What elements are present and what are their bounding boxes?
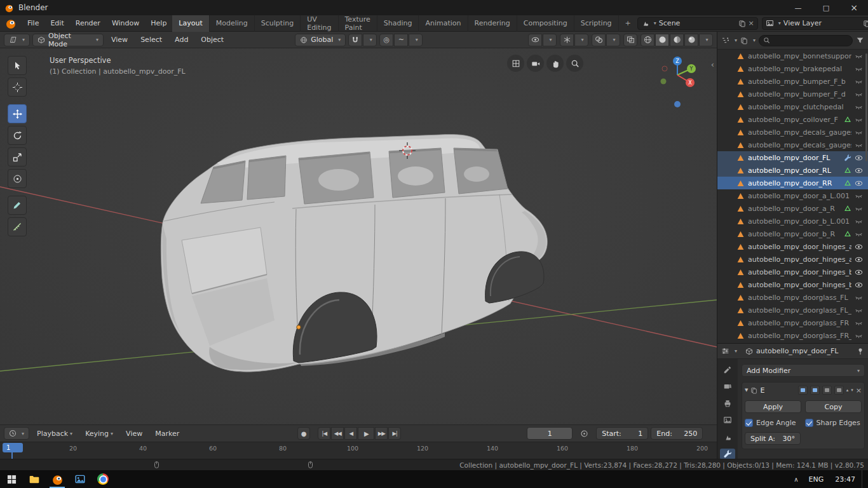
measure-tool[interactable] <box>8 217 27 236</box>
tab-view-layer[interactable] <box>720 415 735 426</box>
outliner-row[interactable]: autobello_mpv_brakepedal <box>717 62 868 75</box>
file-explorer-icon[interactable] <box>23 470 46 488</box>
timeline-ruler[interactable]: 20 40 60 80 100 120 140 160 180 200 1 <box>0 442 717 459</box>
outliner-search-input[interactable] <box>759 35 853 46</box>
hide-eye-icon[interactable] <box>855 319 863 327</box>
outliner-editor-icon[interactable] <box>721 36 729 44</box>
tab-modeling[interactable]: Modeling <box>210 15 255 32</box>
hide-eye-icon[interactable] <box>855 103 863 111</box>
tab-scripting[interactable]: Scripting <box>574 15 619 32</box>
scale-tool[interactable] <box>8 147 27 166</box>
zoom-icon[interactable] <box>566 55 583 72</box>
move-tool[interactable] <box>8 104 27 123</box>
menu-marker[interactable]: Marker <box>150 430 184 438</box>
tab-compositing[interactable]: Compositing <box>517 15 574 32</box>
current-frame-marker[interactable]: 1 <box>3 443 23 452</box>
modifier-delete-icon[interactable]: × <box>856 386 862 395</box>
hide-eye-icon[interactable] <box>855 128 863 137</box>
tab-output[interactable] <box>720 398 735 409</box>
tab-uv-editing[interactable]: UV Editing <box>301 15 338 32</box>
new-scene-icon[interactable] <box>738 20 746 27</box>
timeline-editor-selector[interactable]: ▾ <box>4 427 29 440</box>
snap-toggle[interactable] <box>348 34 362 46</box>
show-eye-icon[interactable] <box>855 255 863 264</box>
blender-taskbar-icon[interactable] <box>46 470 69 488</box>
modifier-realtime-toggle[interactable] <box>810 386 820 395</box>
scene-selector[interactable]: ▾ Scene × <box>637 17 758 30</box>
proportional-editing-toggle[interactable]: ◎ <box>379 34 393 46</box>
hide-eye-icon[interactable] <box>855 116 863 124</box>
outliner-row[interactable]: autobello_mpv_bonnetsupport <box>717 50 868 62</box>
jump-to-start-button[interactable]: |◀ <box>318 427 330 440</box>
transform-orientation-selector[interactable]: Global ▾ <box>295 34 346 46</box>
modifier-cage-toggle[interactable] <box>834 386 844 395</box>
frame-start-field[interactable]: Start:1 <box>596 427 648 440</box>
show-eye-icon[interactable] <box>855 281 863 289</box>
notification-center-button[interactable] <box>862 470 868 488</box>
show-eye-icon[interactable] <box>855 166 863 175</box>
overlays-dropdown[interactable]: ▾ <box>606 34 620 46</box>
show-eye-icon[interactable] <box>855 243 863 251</box>
viewport-3d[interactable]: User Perspective (1) Collection | autobe… <box>0 48 717 424</box>
frame-end-field[interactable]: End:250 <box>651 427 703 440</box>
hide-eye-icon[interactable] <box>855 192 863 200</box>
hide-eye-icon[interactable] <box>855 230 863 238</box>
outliner-row[interactable]: autobello_mpv_door_a_L.001 <box>717 189 868 202</box>
menu-edit[interactable]: Edit <box>44 15 69 32</box>
modifier-name[interactable]: E <box>760 386 764 395</box>
outliner-row[interactable]: autobello_mpv_door_FL <box>717 151 868 164</box>
tab-rendering[interactable]: Rendering <box>468 15 517 32</box>
menu-select[interactable]: Select <box>135 36 167 44</box>
camera-view-icon[interactable] <box>527 55 544 72</box>
prev-keyframe-button[interactable]: ◀◀ <box>331 427 344 440</box>
proportional-falloff-icon[interactable]: ~ <box>394 34 408 46</box>
menu-add[interactable]: Add <box>170 36 193 44</box>
hide-eye-icon[interactable] <box>855 65 863 73</box>
outliner-row[interactable]: autobello_mpv_doorglass_FL_in <box>717 304 868 316</box>
tab-tool[interactable] <box>720 364 735 376</box>
show-eye-icon[interactable] <box>855 268 863 276</box>
outliner-row[interactable]: autobello_mpv_doorglass_FR_in <box>717 329 868 342</box>
outliner-row[interactable]: autobello_mpv_door_hinges_a_F <box>717 253 868 266</box>
outliner-row[interactable]: autobello_mpv_decals_gauges_b <box>717 139 868 151</box>
sidebar-collapse-icon[interactable]: ‹ <box>711 60 714 69</box>
outliner-row[interactable]: autobello_mpv_bumper_F_d <box>717 88 868 100</box>
outliner-row[interactable]: autobello_mpv_doorglass_FR <box>717 316 868 329</box>
menu-window[interactable]: Window <box>106 15 145 32</box>
tab-sculpting[interactable]: Sculpting <box>255 15 301 32</box>
menu-render[interactable]: Render <box>70 15 106 32</box>
mode-selector[interactable]: Object Mode ▾ <box>32 34 104 46</box>
gizmos-dropdown[interactable]: ▾ <box>574 34 588 46</box>
panel-expand-icon[interactable]: ▼ <box>745 388 748 393</box>
outliner-row[interactable]: autobello_mpv_coilover_F <box>717 113 868 126</box>
hide-eye-icon[interactable] <box>855 90 863 98</box>
tab-modifiers[interactable] <box>720 449 735 459</box>
show-eye-icon[interactable] <box>855 154 863 162</box>
pan-hand-icon[interactable] <box>546 55 564 72</box>
menu-help[interactable]: Help <box>145 15 172 32</box>
overlays-toggle[interactable] <box>592 34 606 46</box>
transform-tool[interactable] <box>8 169 27 188</box>
menu-object[interactable]: Object <box>196 36 229 44</box>
navigation-gizmo[interactable]: Z Y X <box>657 53 698 111</box>
unlink-scene-icon[interactable]: × <box>749 19 754 27</box>
tab-layout[interactable]: Layout <box>172 15 209 32</box>
scene-browse-icon[interactable]: ▾ <box>654 20 656 26</box>
filter-icon[interactable] <box>856 36 864 44</box>
shading-dropdown[interactable]: ▾ <box>699 34 713 46</box>
new-view-layer-icon[interactable] <box>863 20 868 27</box>
properties-editor-dropdown[interactable]: ▾ <box>735 348 737 354</box>
hide-eye-icon[interactable] <box>855 332 863 340</box>
gizmos-toggle[interactable] <box>560 34 574 46</box>
photos-app-icon[interactable] <box>69 470 92 488</box>
outliner-row[interactable]: autobello_mpv_bumper_F_b <box>717 75 868 88</box>
play-button[interactable]: ▶ <box>358 427 374 440</box>
shading-rendered-button[interactable] <box>684 34 698 46</box>
cursor-tool[interactable] <box>8 78 27 97</box>
modifier-move-down-icon[interactable]: ▾ <box>851 388 853 393</box>
view-layer-browse-icon[interactable]: ▾ <box>778 20 781 26</box>
outliner-row[interactable]: autobello_mpv_door_b_L.001 <box>717 215 868 227</box>
outliner-row[interactable]: autobello_mpv_decals_gauges_a <box>717 126 868 139</box>
hide-eye-icon[interactable] <box>855 294 863 302</box>
current-frame-field[interactable]: 1 <box>527 427 573 440</box>
